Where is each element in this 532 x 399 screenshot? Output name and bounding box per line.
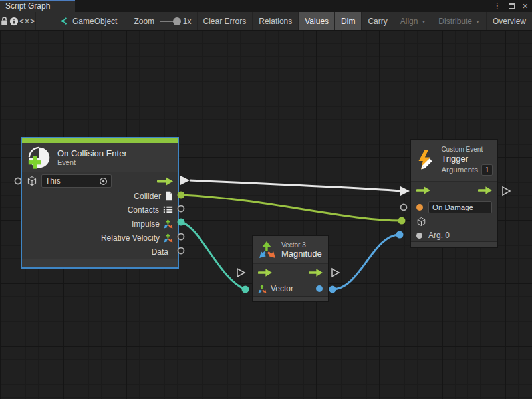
arg0-port[interactable] <box>396 231 404 239</box>
values-label: Values <box>305 17 329 26</box>
output-row-contacts[interactable]: Contacts <box>22 203 178 217</box>
output-row-data[interactable]: Data <box>22 245 178 259</box>
node-magnitude[interactable]: Vector 3 Magnitude Vector <box>253 236 328 301</box>
node-footer <box>253 296 328 301</box>
vector-input-row[interactable]: Vector <box>253 281 328 296</box>
document-icon <box>165 191 173 201</box>
event-name-field[interactable]: On Damage <box>428 201 492 213</box>
dim-label: Dim <box>341 17 355 26</box>
tab-strip: Script Graph ⋮ × <box>0 0 532 12</box>
port-label: Relative Velocity <box>101 233 160 243</box>
magnitude-flow-in-port[interactable] <box>237 269 245 277</box>
target-port[interactable] <box>398 217 406 225</box>
zoom-slider-handle[interactable] <box>173 17 181 25</box>
trigger-flow-out-port[interactable] <box>503 187 510 195</box>
node-header[interactable]: On Collision Enter Event <box>22 143 178 172</box>
chevron-down-icon: ▼ <box>475 19 480 24</box>
vector3-icon <box>164 219 173 229</box>
arguments-label: Arguments <box>441 166 478 174</box>
lock-button[interactable] <box>0 12 9 31</box>
collider-port[interactable] <box>178 192 185 199</box>
magnitude-output-port[interactable] <box>329 286 336 293</box>
data-port[interactable] <box>178 248 184 254</box>
node-title: Magnitude <box>281 249 322 259</box>
node-footer <box>22 259 178 267</box>
vector-input-label: Vector <box>271 284 293 293</box>
wire-magnitude-arg0[interactable] <box>332 235 400 289</box>
relative-velocity-port[interactable] <box>178 234 184 240</box>
event-name-row: On Damage <box>411 200 497 215</box>
object-picker-icon[interactable] <box>99 177 108 186</box>
close-icon[interactable]: × <box>522 0 528 12</box>
carry-toggle[interactable]: Carry <box>362 12 394 31</box>
event-highlight-bar <box>22 138 178 143</box>
magnitude-flow-out-port[interactable] <box>332 269 339 277</box>
arg0-row[interactable]: Arg. 0 <box>411 228 497 243</box>
node-on-collision-enter[interactable]: On Collision Enter Event This <box>22 138 178 267</box>
event-name-port[interactable] <box>401 205 407 211</box>
preferences-button[interactable]: <×> <box>19 12 36 31</box>
graph-canvas[interactable]: On Collision Enter Event This <box>0 31 532 399</box>
flow-in-arrow-icon[interactable] <box>416 186 430 194</box>
zoom-slider[interactable] <box>160 21 179 22</box>
event-name-value: On Damage <box>432 203 473 211</box>
output-row-impulse[interactable]: Impulse <box>22 217 178 231</box>
vector3-icon <box>164 233 173 243</box>
flow-out-arrow-icon[interactable] <box>157 177 173 186</box>
relations-button[interactable]: Relations <box>253 12 299 31</box>
output-row-relative-velocity[interactable]: Relative Velocity <box>22 231 178 245</box>
wire-flow[interactable] <box>190 180 400 191</box>
flow-out-port-triangle[interactable] <box>180 176 190 185</box>
custom-event-icon <box>416 149 436 172</box>
arg0-label: Arg. 0 <box>428 231 450 240</box>
chevron-down-icon: ▼ <box>421 19 426 24</box>
info-icon <box>9 17 19 26</box>
contacts-port[interactable] <box>178 206 184 212</box>
vector3-icon <box>258 285 267 293</box>
carry-label: Carry <box>368 17 387 26</box>
float-output-port[interactable] <box>316 285 323 292</box>
gameobject-breadcrumb[interactable]: GameObject <box>53 12 123 31</box>
clear-errors-label: Clear Errors <box>203 17 247 26</box>
target-row: This <box>22 173 178 189</box>
flow-row <box>253 264 328 281</box>
output-row-collider[interactable]: Collider <box>22 189 178 203</box>
values-toggle[interactable]: Values <box>299 12 335 31</box>
distribute-label: Distribute <box>438 17 472 26</box>
node-footer <box>411 241 497 247</box>
relations-label: Relations <box>259 17 292 26</box>
gameobject-cube-icon <box>416 217 426 227</box>
impulse-port[interactable] <box>178 219 185 226</box>
kebab-menu-icon[interactable]: ⋮ <box>493 0 501 12</box>
clear-errors-button[interactable]: Clear Errors <box>197 12 253 31</box>
flow-out-arrow-icon[interactable] <box>478 186 492 194</box>
object-port-dot[interactable] <box>416 233 422 239</box>
arguments-count-field[interactable]: 1 <box>481 164 493 176</box>
this-field[interactable]: This <box>41 174 112 188</box>
inspect-button[interactable] <box>9 12 19 31</box>
zoom-value: 1x <box>183 17 192 26</box>
maximize-icon[interactable] <box>509 3 515 9</box>
align-label: Align <box>400 17 418 26</box>
script-graph-window: Script Graph ⋮ × <×> <box>0 0 532 399</box>
flow-row <box>411 182 497 200</box>
node-supertitle: Vector 3 <box>281 241 322 249</box>
distribute-dropdown[interactable]: Distribute ▼ <box>432 12 487 31</box>
overview-button[interactable]: Overview <box>487 12 532 31</box>
dim-toggle[interactable]: Dim <box>335 12 362 31</box>
flow-in-arrow-icon[interactable] <box>258 269 272 277</box>
tab-script-graph[interactable]: Script Graph <box>0 0 75 12</box>
lock-icon <box>0 16 9 26</box>
align-dropdown[interactable]: Align ▼ <box>394 12 433 31</box>
node-trigger-custom-event[interactable]: Custom Event Trigger Arguments 1 <box>411 140 497 247</box>
node-header[interactable]: Custom Event Trigger Arguments 1 <box>411 140 497 182</box>
flow-out-arrow-icon[interactable] <box>309 269 323 277</box>
vector-input-port[interactable] <box>242 286 249 293</box>
node-subtitle: Event <box>57 158 127 166</box>
string-port-dot[interactable] <box>416 204 423 211</box>
wire-impulse-vector[interactable] <box>181 222 245 289</box>
node-header[interactable]: Vector 3 Magnitude <box>253 236 328 264</box>
this-input-port[interactable] <box>15 178 21 184</box>
wire-collider-target[interactable] <box>181 195 402 221</box>
node-supertitle: Custom Event <box>441 146 493 153</box>
